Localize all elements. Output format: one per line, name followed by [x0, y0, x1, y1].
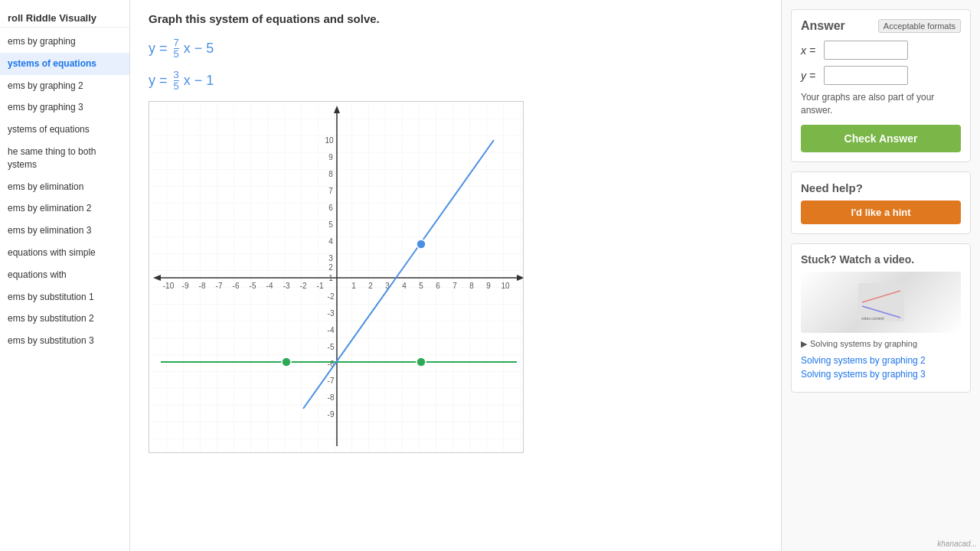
svg-text:-7: -7: [328, 377, 335, 385]
svg-text:-2: -2: [300, 282, 307, 290]
svg-text:-7: -7: [216, 282, 223, 290]
video-link-2[interactable]: Solving systems by graphing 3: [801, 369, 961, 380]
x-label: x =: [801, 44, 819, 57]
svg-text:4: 4: [402, 282, 407, 290]
eq1-lhs: y =: [149, 41, 168, 57]
svg-text:5: 5: [328, 220, 333, 229]
dot-eq1: [416, 240, 426, 249]
svg-text:-8: -8: [199, 282, 206, 290]
problem-instruction: Graph this system of equations and solve…: [149, 12, 763, 25]
dot-eq2-left: [282, 357, 291, 367]
sidebar-item-same-thing[interactable]: he same thing to both ystems: [0, 141, 129, 176]
svg-rect-1: [152, 105, 524, 453]
svg-text:-3: -3: [328, 309, 335, 318]
video-section: Stuck? Watch a video. video content ▶ So…: [791, 243, 971, 393]
sidebar-item-ems-graphing-2[interactable]: ems by graphing 2: [0, 75, 129, 97]
svg-text:-5: -5: [328, 343, 335, 351]
sidebar-item-ems-elimination[interactable]: ems by elimination: [0, 176, 129, 198]
help-section: Need help? I'd like a hint: [791, 171, 971, 234]
svg-text:-4: -4: [266, 282, 273, 290]
svg-text:5: 5: [419, 282, 423, 290]
sidebar-item-systems-equations[interactable]: ystems of equations: [0, 53, 129, 75]
svg-text:8: 8: [328, 170, 333, 178]
svg-text:9: 9: [328, 153, 333, 161]
equation-1: y = 7 5 x − 5: [149, 37, 763, 60]
video-thumbnail[interactable]: video content: [801, 272, 961, 333]
eq2-suffix: x − 1: [184, 73, 214, 89]
video-link-1[interactable]: Solving systems by graphing 2: [801, 355, 961, 366]
eq2-fraction: 3 5: [174, 70, 179, 93]
sidebar-item-systems-equations-2[interactable]: ystems of equations: [0, 119, 129, 141]
svg-text:3: 3: [328, 254, 333, 262]
svg-text:-6: -6: [233, 282, 240, 290]
svg-text:-4: -4: [328, 326, 335, 334]
y-input[interactable]: [824, 66, 908, 85]
y-answer-field: y =: [801, 66, 961, 85]
svg-text:-5: -5: [250, 282, 256, 290]
sidebar-item-equations-with[interactable]: equations with: [0, 264, 129, 286]
equation-2: y = 3 5 x − 1: [149, 70, 763, 93]
svg-text:1: 1: [328, 274, 333, 282]
eq2-lhs: y =: [149, 73, 168, 89]
svg-text:9: 9: [486, 282, 491, 290]
hint-button[interactable]: I'd like a hint: [801, 201, 961, 224]
answer-header: Answer Acceptable formats: [801, 19, 961, 33]
svg-text:7: 7: [452, 282, 457, 290]
sidebar-item-ems-graphing[interactable]: ems by graphing: [0, 31, 129, 53]
sidebar-item-ems-substitution-2[interactable]: ems by substitution 2: [0, 308, 129, 330]
svg-text:7: 7: [328, 187, 333, 195]
sidebar-item-ems-substitution-1[interactable]: ems by substitution 1: [0, 286, 129, 308]
answer-title: Answer: [801, 19, 845, 33]
graph-svg: -10 -9 -8 -7 -6 -5 -4 -3 -2 -1 1 2 3 4 5…: [149, 101, 524, 453]
svg-text:10: 10: [501, 282, 510, 290]
acceptable-formats-button[interactable]: Acceptable formats: [878, 19, 961, 33]
sidebar: roll Riddle Visually ems by graphing yst…: [0, 0, 130, 551]
svg-text:2: 2: [368, 282, 373, 290]
svg-text:-1: -1: [317, 282, 324, 290]
x-input[interactable]: [824, 41, 908, 60]
video-thumb-placeholder: video content: [801, 272, 961, 333]
video-label: ▶ Solving systems by graphing: [801, 339, 961, 349]
x-answer-field: x =: [801, 41, 961, 60]
sidebar-item-ems-substitution-3[interactable]: ems by substitution 3: [0, 330, 129, 352]
eq1-fraction: 7 5: [174, 37, 179, 60]
answer-note: Your graphs are also part of your answer…: [801, 91, 961, 117]
khan-logo: khanacad...: [937, 540, 977, 548]
svg-text:8: 8: [469, 282, 474, 290]
svg-text:-3: -3: [283, 282, 290, 290]
graph-container[interactable]: -10 -9 -8 -7 -6 -5 -4 -3 -2 -1 1 2 3 4 5…: [149, 101, 524, 453]
svg-text:6: 6: [328, 204, 333, 212]
svg-text:2: 2: [328, 263, 333, 272]
check-answer-button[interactable]: Check Answer: [801, 125, 961, 152]
svg-text:-10: -10: [163, 282, 175, 290]
svg-text:-2: -2: [328, 292, 335, 301]
svg-text:1: 1: [351, 282, 356, 290]
sidebar-item-ems-elimination-3[interactable]: ems by elimination 3: [0, 220, 129, 242]
eq1-suffix: x − 5: [184, 41, 214, 57]
video-icon: ▶: [801, 339, 807, 349]
y-label: y =: [801, 70, 819, 82]
svg-text:10: 10: [325, 136, 334, 145]
svg-text:video content: video content: [861, 316, 884, 321]
sidebar-item-equations-simple[interactable]: equations with simple: [0, 242, 129, 264]
svg-text:4: 4: [328, 237, 333, 246]
sidebar-item-ems-elimination-2[interactable]: ems by elimination 2: [0, 197, 129, 220]
svg-text:-9: -9: [328, 410, 335, 419]
video-title: Stuck? Watch a video.: [801, 253, 961, 266]
right-panel: Answer Acceptable formats x = y = Your g…: [781, 0, 980, 551]
svg-text:-9: -9: [182, 282, 189, 290]
dot-eq2-right: [416, 357, 426, 367]
help-title: Need help?: [801, 181, 961, 194]
answer-section: Answer Acceptable formats x = y = Your g…: [791, 9, 971, 162]
main-content: Graph this system of equations and solve…: [130, 0, 781, 551]
sidebar-logo: roll Riddle Visually: [0, 6, 129, 28]
svg-text:-8: -8: [328, 393, 335, 402]
svg-text:6: 6: [436, 282, 440, 290]
sidebar-item-ems-graphing-3[interactable]: ems by graphing 3: [0, 96, 129, 119]
